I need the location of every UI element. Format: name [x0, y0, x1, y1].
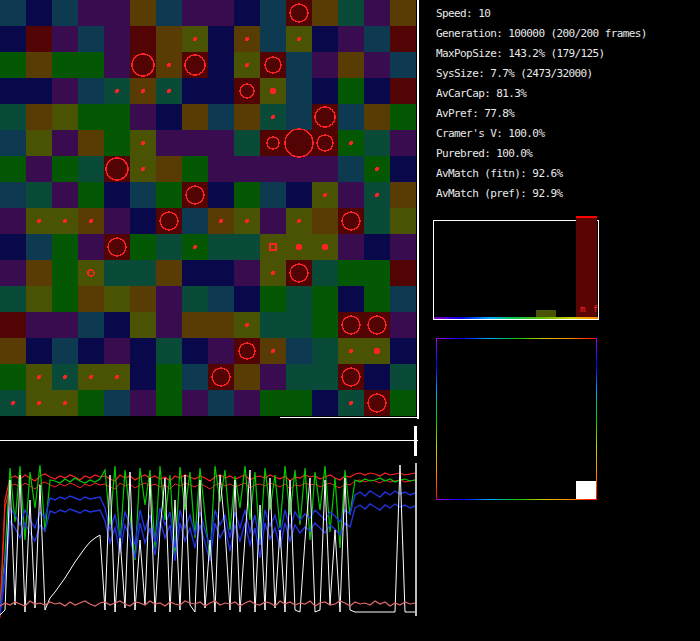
chart-series-blue-2 [0, 504, 415, 615]
pref-border-right [596, 338, 597, 500]
frame-progress-line [280, 417, 418, 418]
world-grid[interactable] [0, 0, 418, 418]
female-bar [576, 216, 597, 317]
stat-line: Cramer's V: 100.0% [436, 124, 696, 144]
stat-line: AvPref: 77.8% [436, 104, 696, 124]
stat-line: Purebred: 100.0% [436, 144, 696, 164]
stat-line: AvMatch (fitn): 92.6% [436, 164, 696, 184]
stat-line: SysSize: 7.7% (2473/32000) [436, 64, 696, 84]
sex-ratio-histogram: m f [433, 220, 599, 320]
stat-line: AvMatch (pref): 92.9% [436, 184, 696, 204]
histogram-axis-label: m f [580, 304, 599, 314]
pref-border-left [436, 338, 437, 500]
stat-line: AvCarCap: 81.3% [436, 84, 696, 104]
hue-axis-strip [434, 317, 598, 319]
grid-right-border [417, 0, 419, 419]
mid-bar [536, 310, 556, 317]
stat-line: Speed: 10 [436, 4, 696, 24]
chart-series-red-upper-2 [0, 480, 415, 618]
population-cluster-marker [576, 481, 596, 499]
chart-series-red-lower [0, 601, 415, 606]
stat-line: MaxPopSize: 143.2% (179/125) [436, 44, 696, 64]
stats-panel: Speed: 10Generation: 100000 (200/200 fra… [436, 4, 696, 204]
history-chart [0, 460, 420, 630]
timeline-scrollbar-handle[interactable] [414, 426, 417, 456]
pref-border-top [436, 338, 597, 339]
timeline-scrollbar-track[interactable] [0, 440, 418, 441]
stat-line: Generation: 100000 (200/200 frames) [436, 24, 696, 44]
simulation-window: Speed: 10Generation: 100000 (200/200 fra… [0, 0, 700, 641]
pref-border-bottom [436, 499, 597, 500]
preference-space-box [436, 338, 597, 500]
